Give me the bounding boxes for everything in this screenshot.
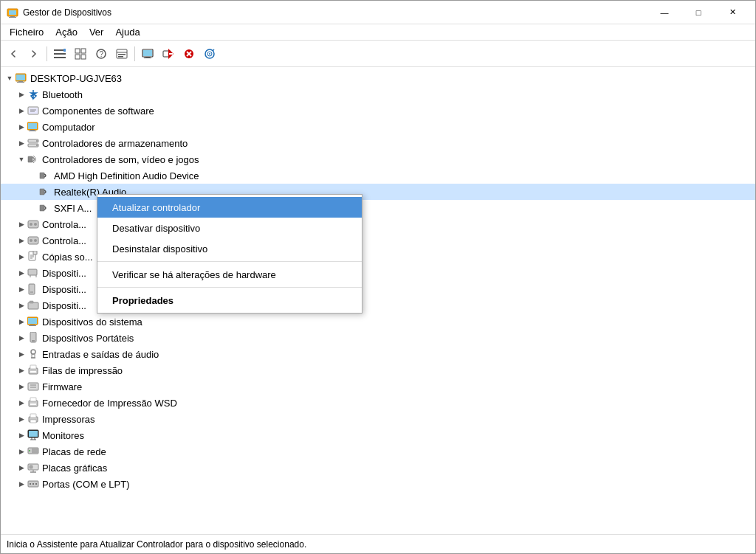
svg-rect-10 [75,55,80,59]
expand-icon[interactable]: ▶ [16,267,27,279]
wsd-icon [27,397,39,409]
remove-button[interactable] [179,44,199,63]
list-item[interactable]: ▶ Filas de impressão [1,362,755,378]
toolbar-separator-2 [134,46,135,61]
ctx-uninstall-device[interactable]: Desinstalar dispositivo [97,238,362,259]
svg-rect-33 [16,75,25,80]
expand-icon[interactable]: ▶ [16,121,27,133]
view-button[interactable] [71,44,90,63]
svg-point-47 [36,145,38,146]
svg-point-30 [209,53,210,55]
list-item[interactable]: ▶ Dispositivos do sistema [1,314,755,330]
expand-icon[interactable]: ▶ [16,397,27,409]
root-expand-icon[interactable]: ▼ [4,72,16,84]
expand-icon[interactable]: ▶ [16,251,27,263]
expand-icon[interactable]: ▶ [16,137,27,149]
pc-icon [27,121,39,133]
expand-icon[interactable]: ▶ [16,235,27,246]
menu-ver[interactable]: Ver [83,25,110,39]
controller-icon [27,235,39,246]
expand-icon[interactable]: ▶ [16,316,27,328]
item-label: Entradas e saídas de áudio [42,349,159,360]
svg-point-56 [30,239,32,242]
svg-rect-86 [30,398,36,401]
ctx-scan-changes[interactable]: Verificar se há alterações de hardware [97,264,362,285]
list-item[interactable]: ▶ Bluetooth [1,86,755,103]
svg-rect-19 [143,50,152,56]
root-label: DESKTOP-UGJVE63 [30,73,122,84]
svg-point-76 [31,350,35,354]
list-item[interactable]: ▶ Placas de rede [1,443,755,460]
item-label: Placas de rede [42,446,106,457]
expand-icon[interactable]: ▶ [16,364,27,376]
svg-rect-43 [29,131,36,131]
list-item[interactable]: ▶ Computador [1,119,755,135]
list-item[interactable]: ▶ Entradas e saídas de áudio [1,346,755,362]
toolbar: ? [1,41,755,67]
ctx-update-driver[interactable]: Atualizar controlador [97,197,362,218]
status-text: Inicia o Assistente para Atualizar Contr… [7,539,306,550]
toolbar-separator-1 [47,46,47,61]
close-button[interactable]: ✕ [715,1,749,24]
list-item[interactable]: ▶ Dispositivos Portáteis [1,330,755,346]
properties-button[interactable] [112,44,131,63]
ctx-disable-device[interactable]: Desativar dispositivo [97,218,362,238]
minimize-button[interactable]: — [647,1,681,24]
svg-point-45 [36,140,38,142]
list-item[interactable]: ▶ Fornecedor de Impressão WSD [1,395,755,411]
show-hide-button[interactable] [50,44,69,63]
scan-button[interactable] [200,44,219,63]
update-driver-button[interactable] [159,44,178,63]
list-item[interactable]: ▶ Controladores de armazenamento [1,135,755,151]
expand-icon[interactable]: ▼ [16,153,27,165]
expand-icon[interactable]: ▶ [16,462,27,474]
expand-icon[interactable]: ▶ [16,478,27,490]
gpu-icon [27,462,39,474]
item-label: Portas (COM e LPT) [42,479,129,490]
back-button[interactable] [4,44,23,63]
svg-rect-92 [29,431,38,437]
svg-rect-82 [28,383,38,390]
expand-icon[interactable]: ▶ [16,218,27,230]
expand-icon[interactable]: ▶ [16,283,27,295]
list-item[interactable]: ▶ Portas (COM e LPT) [1,476,755,492]
list-item[interactable]: ▶ Placas gráficas [1,460,755,476]
svg-rect-71 [28,318,37,324]
portable-icon [27,332,39,344]
list-item[interactable]: ▼ Controladores de som, vídeo e jogos [1,151,755,167]
svg-point-106 [30,483,31,485]
help-button[interactable]: ? [92,44,111,63]
expand-icon[interactable]: ▶ [16,446,27,457]
device-tree[interactable]: ▼ DESKTOP-UGJVE63 ▶ [1,67,755,534]
expand-icon[interactable]: ▶ [16,89,27,100]
ctx-properties[interactable]: Propriedades [97,290,362,311]
forward-button[interactable] [24,44,44,63]
item-label: AMD High Definition Audio Device [54,170,199,181]
menu-ficheiro[interactable]: Ficheiro [4,25,49,39]
list-item[interactable]: ▶ Monitores [1,427,755,443]
audio-icon [39,170,51,181]
expand-icon[interactable]: ▶ [16,429,27,441]
window-controls: — □ ✕ [647,1,749,24]
menubar: Ficheiro Ação Ver Ajuda [1,24,755,41]
list-item[interactable]: ▶ Firmware [1,378,755,395]
list-item[interactable]: ▶ AMD High Definition Audio Device [1,167,755,184]
list-item[interactable]: ▶ Componentes de software [1,103,755,119]
expand-icon[interactable]: ▶ [16,348,27,360]
maximize-button[interactable]: □ [681,1,715,24]
item-label: Controladores de armazenamento [42,138,188,149]
expand-icon[interactable]: ▶ [16,105,27,117]
expand-icon[interactable]: ▶ [16,381,27,392]
monitor-icon [27,429,39,441]
expand-icon[interactable]: ▶ [16,413,27,425]
expand-icon[interactable]: ▶ [16,299,27,311]
item-label: Filas de impressão [42,365,123,376]
computer-button[interactable] [138,44,157,63]
list-item[interactable]: ▶ Impressoras [1,411,755,427]
menu-acao[interactable]: Ação [49,25,83,39]
item-label: Impressoras [42,414,95,425]
menu-ajuda[interactable]: Ajuda [109,25,145,39]
item-label: Computador [42,122,95,133]
tree-root[interactable]: ▼ DESKTOP-UGJVE63 [1,70,755,86]
expand-icon[interactable]: ▶ [16,332,27,344]
